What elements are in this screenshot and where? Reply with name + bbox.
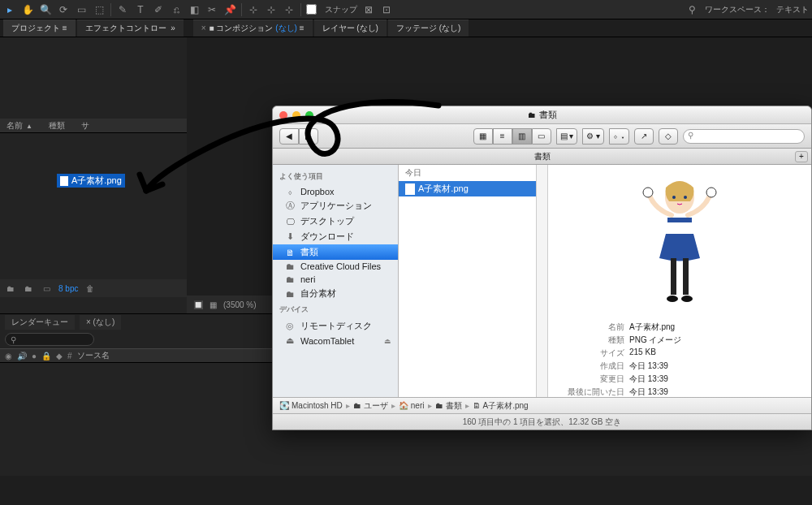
new-comp-icon[interactable]: ▭ <box>41 283 52 294</box>
brush-tool-icon[interactable]: ✐ <box>152 3 165 16</box>
coverflow-view-button[interactable]: ▭ <box>532 128 551 145</box>
file-name-label: A子素材.png <box>418 183 469 195</box>
project-column-header: 名前▲ 種類 サ <box>0 119 187 133</box>
back-button[interactable]: ◀ <box>279 128 299 145</box>
rotate-tool-icon[interactable]: ⟳ <box>57 3 70 16</box>
tab-render-queue[interactable]: レンダーキュー <box>5 315 75 330</box>
tab-footage[interactable]: フッテージ (なし) <box>388 19 469 37</box>
sidebar-item-desktop[interactable]: 🖵デスクトップ <box>273 214 398 229</box>
snap-option2-icon[interactable]: ⊡ <box>380 3 393 16</box>
tab-project[interactable]: プロジェクト ≡ <box>3 19 76 37</box>
axis-icon-3[interactable]: ⊹ <box>283 3 296 16</box>
timeline-search-input[interactable]: ⚲ <box>5 333 94 346</box>
eject-icon[interactable]: ⏏ <box>384 337 391 345</box>
grid-icon[interactable]: ▦ <box>209 300 217 309</box>
axis-icon-2[interactable]: ⊹ <box>265 3 278 16</box>
pathbar-item[interactable]: 🏠 neri <box>399 401 425 410</box>
action-button[interactable]: ⚙ ▾ <box>582 128 604 145</box>
num-col: # <box>67 352 72 360</box>
selection-tool-icon[interactable]: ▸ <box>3 3 16 16</box>
axis-icon[interactable]: ⊹ <box>247 3 260 16</box>
workspace-value[interactable]: テキスト <box>776 4 809 15</box>
pathbar-item[interactable]: 🗎 A子素材.png <box>473 400 529 412</box>
sidebar-item-applications[interactable]: Ⓐアプリケーション <box>273 198 398 214</box>
zoom-tool-icon[interactable]: 🔍 <box>39 3 52 16</box>
tab-composition[interactable]: ×■ コンポジション (なし) ≡ <box>193 19 313 37</box>
sidebar-item-documents[interactable]: 🗎書類 <box>273 244 398 260</box>
tags-button[interactable]: ◇ <box>659 128 678 145</box>
finder-titlebar[interactable]: 🖿 書類 <box>273 106 811 124</box>
label-icon[interactable]: ◆ <box>56 352 63 360</box>
pathbar-item[interactable]: 🖿 書類 <box>435 400 462 412</box>
hand-tool-icon[interactable]: ✋ <box>21 3 34 16</box>
meta-name-v: A子素材.png <box>629 322 675 333</box>
bpc-indicator[interactable]: 8 bpc <box>58 284 78 293</box>
sidebar-item-remote[interactable]: ◎リモートディスク <box>273 318 398 334</box>
svg-point-2 <box>684 196 687 199</box>
snap-checkbox[interactable] <box>306 4 317 15</box>
pathbar-item[interactable]: 🖿 ユーザ <box>353 400 388 412</box>
sidebar-item-dropbox[interactable]: ⬨Dropbox <box>273 185 398 198</box>
tab-effect-controls[interactable]: エフェクトコントロー » <box>77 19 184 37</box>
pen-tool-icon[interactable]: ✎ <box>116 3 129 16</box>
share-button[interactable]: ↗ <box>634 128 654 145</box>
meta-kind-v: PNG イメージ <box>629 335 681 346</box>
zoom-button[interactable] <box>305 111 313 119</box>
snap-option-icon[interactable]: ⊠ <box>362 3 375 16</box>
solo-icon[interactable]: ● <box>32 352 37 360</box>
tab-layer[interactable]: レイヤー (なし) <box>314 19 387 37</box>
interpret-icon[interactable]: 🖿 <box>5 283 16 294</box>
puppet-tool-icon[interactable]: 📌 <box>223 3 236 16</box>
meta-created-k: 作成日 <box>556 360 629 372</box>
column-view-button[interactable]: ▥ <box>512 128 532 145</box>
text-tool-icon[interactable]: T <box>134 3 147 16</box>
clone-tool-icon[interactable]: ⎌ <box>170 3 183 16</box>
meta-name-k: 名前 <box>556 322 629 333</box>
search-input[interactable] <box>683 129 805 144</box>
arrange-button[interactable]: ▤ ▾ <box>556 128 578 145</box>
eraser-tool-icon[interactable]: ◧ <box>188 3 201 16</box>
sidebar-item-cc[interactable]: 🖿Creative Cloud Files <box>273 260 398 273</box>
behind-tool-icon[interactable]: ⬚ <box>93 3 106 16</box>
folder-icon: 🖿 <box>284 274 296 284</box>
finder-tab[interactable]: 書類 <box>534 151 551 162</box>
new-folder-icon[interactable]: 🖿 <box>23 283 34 294</box>
audio-icon[interactable]: 🔊 <box>17 352 27 360</box>
snap-label: スナップ <box>325 4 357 15</box>
icon-view-button[interactable]: ▦ <box>473 128 493 145</box>
pathbar-item[interactable]: 💽 Macintosh HD <box>279 401 343 410</box>
zoom-value[interactable]: (3500 %) <box>223 300 257 309</box>
meta-modified-v: 今日 13:39 <box>629 373 668 385</box>
col-type[interactable]: 種類 <box>49 120 65 132</box>
trash-icon[interactable]: 🗑 <box>84 283 96 294</box>
forward-button[interactable]: ▶ <box>299 128 318 145</box>
finder-tab-bar: 書類 + <box>273 149 811 165</box>
col-name[interactable]: 名前▲ <box>6 120 32 132</box>
minimize-button[interactable] <box>292 111 300 119</box>
arrange-buttons: ▤ ▾ <box>556 128 578 145</box>
camera-tool-icon[interactable]: ▭ <box>75 3 88 16</box>
project-content[interactable]: A子素材.png <box>0 133 187 279</box>
finder-statusbar: 160 項目中の 1 項目を選択、12.32 GB 空き <box>273 413 811 429</box>
magnify-icon[interactable]: 🔲 <box>193 300 203 309</box>
sidebar-item-downloads[interactable]: ⬇ダウンロード <box>273 229 398 244</box>
dropbox-button[interactable]: ⬨ ▾ <box>609 128 629 145</box>
list-view-button[interactable]: ≡ <box>493 128 512 145</box>
lock-icon[interactable]: 🔒 <box>41 352 51 360</box>
column-resize[interactable] <box>537 165 548 397</box>
search-icon: ⚲ <box>688 131 693 140</box>
new-tab-button[interactable]: + <box>795 151 808 162</box>
file-row[interactable]: A子素材.png <box>399 181 536 196</box>
tab-timeline-none[interactable]: × (なし) <box>80 315 121 330</box>
dropbox-icon: ⬨ <box>284 187 296 196</box>
eye-icon[interactable]: ◉ <box>5 352 12 360</box>
sidebar-item-neri[interactable]: 🖿neri <box>273 273 398 286</box>
roto-tool-icon[interactable]: ✂ <box>205 3 218 16</box>
close-button[interactable] <box>279 111 287 119</box>
search-icon[interactable]: ⚲ <box>685 3 698 16</box>
col-size[interactable]: サ <box>81 120 89 132</box>
sidebar-item-wacom[interactable]: ⏏WacomTablet⏏ <box>273 334 398 347</box>
source-name-col[interactable]: ソース名 <box>77 350 110 361</box>
project-file-item[interactable]: A子素材.png <box>57 174 125 188</box>
sidebar-item-own[interactable]: 🖿自分素材 <box>273 286 398 301</box>
